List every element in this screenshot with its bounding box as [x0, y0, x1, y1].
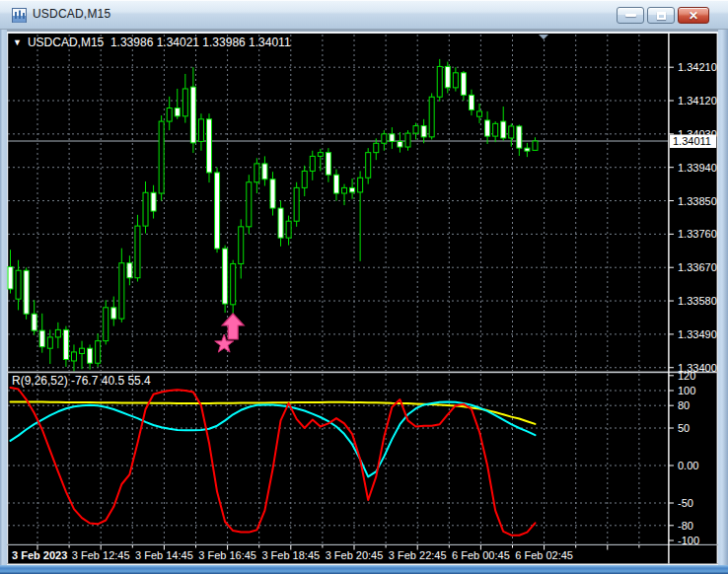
- mt4-chart-window: 1.342101.341201.340301.339401.338501.337…: [0, 0, 728, 574]
- svg-text:-80: -80: [678, 520, 693, 532]
- close-icon: ✕: [689, 10, 698, 22]
- svg-text:1.34120: 1.34120: [678, 95, 717, 107]
- window-border-bottom: [0, 565, 728, 574]
- time-label: 3 Feb 18:45: [261, 549, 320, 561]
- svg-text:1.33850: 1.33850: [678, 195, 717, 207]
- time-label: 3 Feb 20:45: [326, 549, 384, 561]
- indicator-legend: R(9,26,52) -76.7 40.5 55.4: [12, 374, 151, 388]
- svg-text:50: 50: [678, 422, 690, 434]
- svg-text:-100: -100: [678, 535, 699, 546]
- time-label: 6 Feb 00:45: [452, 549, 510, 561]
- minimize-button[interactable]: [617, 7, 644, 24]
- symbol-dropdown-arrow[interactable]: ▼: [13, 37, 22, 47]
- svg-text:-50: -50: [678, 497, 693, 509]
- svg-text:120: 120: [678, 370, 695, 382]
- time-label: 3 Feb 14:45: [135, 549, 193, 561]
- time-label: 3 Feb 16:45: [198, 549, 256, 561]
- svg-text:100: 100: [678, 385, 695, 396]
- candlestick-chart-icon: [12, 8, 27, 23]
- restore-button[interactable]: [647, 7, 675, 24]
- restore-icon: [657, 12, 666, 20]
- minimize-icon: [625, 14, 636, 17]
- time-label: 3 Feb 22:45: [389, 549, 447, 561]
- time-label: 3 Feb 2023: [12, 549, 67, 561]
- time-label: 6 Feb 02:45: [515, 549, 573, 561]
- svg-text:1.33760: 1.33760: [678, 228, 717, 240]
- chart-legend: ▼USDCAD,M15 1.33986 1.34021 1.33986 1.34…: [13, 36, 291, 49]
- time-label: 3 Feb 12:45: [72, 549, 130, 561]
- svg-text:1.34210: 1.34210: [678, 61, 717, 73]
- current-price-value: 1.34011: [673, 135, 711, 147]
- indicator-legend-text: R(9,26,52) -76.7 40.5 55.4: [12, 374, 151, 388]
- svg-text:1.33670: 1.33670: [678, 261, 717, 273]
- svg-text:0.00: 0.00: [678, 460, 698, 471]
- window-border-right: [718, 30, 728, 565]
- close-button[interactable]: ✕: [678, 7, 709, 24]
- svg-text:1.33940: 1.33940: [678, 162, 717, 174]
- svg-text:1.33490: 1.33490: [678, 328, 717, 340]
- chart-area[interactable]: 1.342101.341201.340301.339401.338501.337…: [0, 0, 728, 574]
- titlebar[interactable]: USDCAD,M15 ✕: [0, 0, 728, 30]
- pane-separator[interactable]: [7, 372, 718, 374]
- window-border-left: [0, 30, 7, 565]
- window-title: USDCAD,M15: [33, 7, 110, 21]
- svg-text:1.33580: 1.33580: [678, 295, 717, 307]
- titlebar-highlight: [0, 0, 728, 1]
- chart-legend-text: USDCAD,M15 1.33986 1.34021 1.33986 1.340…: [28, 36, 291, 49]
- svg-text:80: 80: [678, 399, 690, 411]
